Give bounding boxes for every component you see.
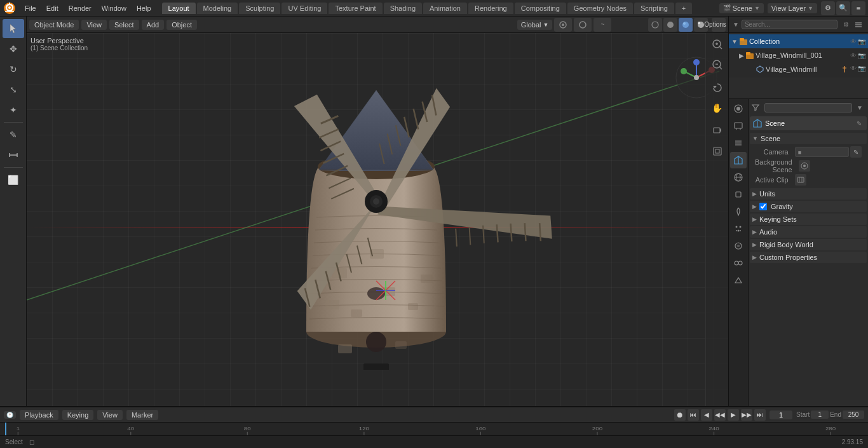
view-menu[interactable]: View (81, 20, 107, 30)
play-btn[interactable]: ▶ (728, 409, 739, 421)
tab-rendering[interactable]: Rendering (468, 3, 513, 14)
prop-tab-world[interactable] (730, 169, 747, 186)
tab-compositing[interactable]: Compositing (515, 3, 566, 14)
tab-scripting[interactable]: Scripting (634, 3, 674, 14)
prop-tab-data[interactable] (730, 272, 747, 288)
topbar-icon-1[interactable]: ⚙ (821, 1, 835, 15)
collection-render-icon[interactable]: 📷 (858, 38, 865, 45)
tool-scale[interactable]: ⤡ (3, 80, 24, 99)
section-scene-header[interactable]: ▼ Scene (750, 133, 867, 144)
play-reverse-btn[interactable]: ◀◀ (714, 409, 726, 421)
section-gravity-header[interactable]: ▶ Gravity (750, 201, 867, 212)
outliner-filter-btn[interactable]: ⚙ (840, 19, 851, 31)
timeline-marker-btn[interactable]: Marker (126, 410, 158, 420)
prop-tab-scene[interactable] (730, 152, 747, 168)
view-layer-switcher[interactable]: View Layer ▼ (768, 3, 817, 13)
topbar-icon-2[interactable]: 🔍 (836, 1, 850, 15)
section-custom-props-header[interactable]: ▶ Custom Properties (750, 252, 867, 263)
outliner-filter-icon[interactable]: ▼ (733, 21, 739, 28)
windmill-object-row[interactable]: ▶ Village_Windmill 👁 📷 (729, 62, 868, 76)
windmill-obj-hide[interactable]: 👁 (850, 65, 857, 74)
object-menu[interactable]: Object (166, 20, 197, 30)
section-units-header[interactable]: ▶ Units (750, 188, 867, 200)
zoom-out-btn[interactable] (709, 56, 726, 74)
tab-texture-paint[interactable]: Texture Paint (329, 3, 382, 14)
prop-tab-modifier[interactable] (730, 203, 747, 220)
active-clip-icon-btn[interactable] (795, 174, 806, 186)
camera-value-field[interactable]: ■ (795, 147, 849, 157)
record-btn[interactable]: ⏺ (674, 409, 686, 421)
scene-switcher[interactable]: 🎬 Scene ▼ (719, 3, 764, 13)
camera-view-btn[interactable] (709, 122, 726, 140)
camera-eyedropper[interactable]: ✎ (850, 146, 862, 158)
viewport[interactable]: Object Mode View Select Add Object Globa… (27, 17, 728, 406)
pan-btn[interactable]: ✋ (709, 99, 726, 117)
orbit-btn[interactable] (709, 79, 726, 97)
prop-tab-render[interactable] (730, 100, 747, 117)
tab-uv-editing[interactable]: UV Editing (281, 3, 327, 14)
proportional-editing[interactable] (574, 18, 592, 32)
menu-help[interactable]: Help (132, 3, 156, 13)
prop-tab-physics[interactable] (730, 238, 747, 254)
timeline-view-btn[interactable]: View (97, 410, 123, 420)
bg-scene-icon-btn[interactable] (799, 160, 810, 172)
step-forward-btn[interactable]: ▶▶ (741, 409, 752, 421)
jump-end-btn[interactable]: ⏭ (754, 409, 766, 421)
section-audio-header[interactable]: ▶ Audio (750, 226, 867, 238)
prop-tab-constraints[interactable] (730, 255, 747, 271)
mode-selector[interactable]: Object Mode (29, 20, 79, 30)
section-rigid-body-header[interactable]: ▶ Rigid Body World (750, 239, 867, 250)
menu-edit[interactable]: Edit (42, 3, 63, 13)
options-button[interactable]: Options ▼ (712, 18, 726, 32)
tab-animation[interactable]: Animation (423, 3, 467, 14)
tab-shading[interactable]: Shading (384, 3, 422, 14)
add-menu[interactable]: Add (142, 20, 165, 30)
solid-shading[interactable] (663, 18, 677, 32)
tool-annotate[interactable]: ✎ (3, 125, 24, 144)
blender-logo[interactable] (3, 1, 17, 15)
tool-cursor[interactable] (3, 19, 24, 38)
windmill-coll-hide[interactable]: 👁 (850, 52, 857, 59)
tab-modeling[interactable]: Modeling (197, 3, 238, 14)
outliner-search-input[interactable] (742, 20, 837, 29)
menu-window[interactable]: Window (97, 3, 131, 13)
collection-hide-icon[interactable]: 👁 (850, 38, 857, 45)
windmill-collection-row[interactable]: ▶ Village_Windmill_001 👁 📷 (729, 48, 868, 62)
menu-render[interactable]: Render (64, 3, 96, 13)
prop-tab-output[interactable] (730, 118, 747, 134)
frame-all-btn[interactable] (709, 142, 726, 160)
prop-tab-object[interactable] (730, 186, 747, 203)
snapping-icon2[interactable]: ~ (593, 18, 611, 32)
step-back-btn[interactable]: ◀ (701, 409, 712, 421)
menu-file[interactable]: File (20, 3, 41, 13)
tab-sculpting[interactable]: Sculpting (239, 3, 280, 14)
windmill-obj-render[interactable]: 📷 (858, 65, 865, 74)
zoom-in-btn[interactable] (709, 36, 726, 53)
prop-tab-particles[interactable] (730, 221, 747, 237)
current-frame-input[interactable]: 1 (772, 411, 790, 419)
wire-shading[interactable] (648, 18, 662, 32)
timeline-ruler[interactable]: 1 40 80 120 160 200 240 2 (0, 423, 868, 435)
scene-collection-header[interactable]: ▼ Collection 👁 📷 (729, 34, 868, 48)
tool-add-cube[interactable]: ⬜ (3, 170, 24, 189)
jump-start-btn[interactable]: ⏮ (688, 409, 699, 421)
prop-tab-view-layer[interactable] (730, 135, 747, 151)
section-keying-sets-header[interactable]: ▶ Keying Sets (750, 214, 867, 225)
gravity-checkbox[interactable] (759, 203, 767, 210)
viewport-canvas[interactable]: User Perspective (1) Scene Collection (27, 33, 728, 406)
topbar-icon-3[interactable]: ≡ (851, 1, 865, 15)
tool-rotate[interactable]: ↻ (3, 60, 24, 79)
tab-add[interactable]: + (675, 3, 692, 14)
transform-type[interactable]: Global ▼ (517, 20, 553, 30)
start-frame-input[interactable]: 1 (811, 411, 829, 419)
timeline-keying-btn[interactable]: Keying (62, 410, 94, 420)
tool-transform[interactable]: ✦ (3, 100, 24, 119)
timeline-current-frame[interactable]: 🕐 (4, 411, 16, 419)
snap-toggle[interactable] (554, 18, 572, 32)
props-scene-options[interactable]: ✎ (854, 118, 864, 128)
tab-layout[interactable]: Layout (162, 3, 196, 14)
props-search-chevron[interactable]: ▼ (854, 102, 865, 113)
end-frame-input[interactable]: 250 (843, 411, 864, 419)
tool-move[interactable]: ✥ (3, 39, 24, 58)
props-search-input[interactable] (764, 103, 852, 112)
